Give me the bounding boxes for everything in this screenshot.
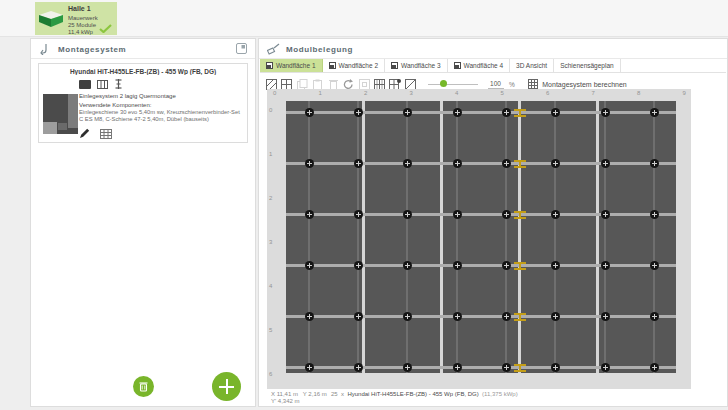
anchor-point[interactable] <box>403 108 412 117</box>
horizontal-rail <box>286 213 676 216</box>
anchor-point[interactable] <box>305 159 314 168</box>
anchor-point[interactable] <box>305 108 314 117</box>
anchor-point[interactable] <box>354 210 363 219</box>
vertical-rail <box>357 101 359 373</box>
anchor-point[interactable] <box>650 159 659 168</box>
anchor-point[interactable] <box>650 108 659 117</box>
anchor-point[interactable] <box>305 210 314 219</box>
vertical-rail <box>456 101 458 373</box>
rail-connector[interactable] <box>514 364 526 372</box>
tab-wandflaeche-2[interactable]: Wandfläche 2 <box>323 59 386 72</box>
ruler-tick-label: 0 <box>269 107 272 113</box>
mounting-system-header: Montagesystem <box>31 39 255 59</box>
anchor-point[interactable] <box>601 159 610 168</box>
anchor-point[interactable] <box>601 261 610 270</box>
coord-y: Y 2,16 m <box>303 391 327 397</box>
zoom-slider-knob[interactable] <box>440 80 447 87</box>
tab-wandflaeche-3[interactable]: Wandfläche 3 <box>385 59 448 72</box>
wall-surface[interactable] <box>286 101 676 373</box>
anchor-point[interactable] <box>650 261 659 270</box>
calculate-grid-icon <box>528 79 538 89</box>
zoom-slider-track[interactable] <box>428 84 478 85</box>
anchor-point[interactable] <box>354 312 363 321</box>
wall-tabs: Wandfläche 1 Wandfläche 2 Wandfläche 3 W… <box>260 59 726 73</box>
anchor-point[interactable] <box>601 312 610 321</box>
components-label: Verwendete Komponenten: <box>79 102 245 108</box>
anchor-point[interactable] <box>354 108 363 117</box>
anchor-point[interactable] <box>403 210 412 219</box>
ruler-tick-label: 7 <box>592 90 595 96</box>
anchor-point[interactable] <box>601 108 610 117</box>
rail-connector[interactable] <box>514 109 526 117</box>
wall-surface-icon <box>391 62 398 69</box>
module-layout-panel: Modulbelegung Wandfläche 1 Wandfläche 2 … <box>258 38 728 407</box>
anchor-point[interactable] <box>551 261 560 270</box>
module-name: Hyundai HiT-H455LE-FB-(ZB) - 455 Wp (FB,… <box>347 391 478 397</box>
anchor-point[interactable] <box>551 159 560 168</box>
ruler-tick-label: 1 <box>319 90 322 96</box>
mounting-system-card[interactable]: Hyundai HiT-H455LE-FB-(ZB) - 455 Wp (FB,… <box>38 63 248 143</box>
ruler-tick-label: 4 <box>269 283 272 289</box>
module-icon <box>79 80 91 89</box>
anchor-point[interactable] <box>453 261 462 270</box>
vertical-rail <box>604 101 606 373</box>
anchor-point[interactable] <box>403 159 412 168</box>
anchor-point[interactable] <box>502 159 511 168</box>
parts-list-icon[interactable] <box>100 129 112 139</box>
ruler-tick-label: 2 <box>269 195 272 201</box>
rail-connector[interactable] <box>514 313 526 321</box>
coord-y2: Y' 4,342 m <box>271 398 300 404</box>
ruler-tick-label: 3 <box>269 239 272 245</box>
rail-connector[interactable] <box>514 211 526 219</box>
rail-connector[interactable] <box>514 160 526 168</box>
anchor-point[interactable] <box>601 210 610 219</box>
anchor-point[interactable] <box>453 363 462 372</box>
anchor-point[interactable] <box>453 210 462 219</box>
anchor-point[interactable] <box>354 363 363 372</box>
module-layout-header: Modulbelegung <box>259 39 727 59</box>
anchor-point[interactable] <box>502 363 511 372</box>
anchor-point[interactable] <box>403 312 412 321</box>
horizontal-rail <box>286 162 676 165</box>
anchor-point[interactable] <box>650 363 659 372</box>
anchor-point[interactable] <box>403 261 412 270</box>
anchor-point[interactable] <box>551 363 560 372</box>
anchor-point[interactable] <box>354 159 363 168</box>
zoom-level-input[interactable] <box>488 79 504 89</box>
anchor-point[interactable] <box>403 363 412 372</box>
tab-wandflaeche-1[interactable]: Wandfläche 1 <box>260 59 323 72</box>
anchor-point[interactable] <box>502 108 511 117</box>
anchor-point[interactable] <box>650 210 659 219</box>
layout-canvas[interactable]: 0123456789 0123456 <box>267 89 691 389</box>
rail-connector[interactable] <box>514 262 526 270</box>
anchor-point[interactable] <box>305 261 314 270</box>
anchor-point[interactable] <box>453 312 462 321</box>
ruler-horizontal: 0123456789 <box>267 89 691 100</box>
anchor-point[interactable] <box>453 159 462 168</box>
anchor-point[interactable] <box>551 108 560 117</box>
tab-schienensaegeplan[interactable]: Schienensägeplan <box>554 59 621 72</box>
tab-3d-ansicht[interactable]: 3D Ansicht <box>510 59 554 72</box>
detach-panel-icon[interactable] <box>236 43 247 54</box>
delete-mounting-system-button[interactable] <box>133 376 154 397</box>
anchor-point[interactable] <box>551 312 560 321</box>
anchor-point[interactable] <box>354 261 363 270</box>
anchor-point[interactable] <box>650 312 659 321</box>
ruler-tick-label: 6 <box>546 90 549 96</box>
anchor-point[interactable] <box>453 108 462 117</box>
anchor-point[interactable] <box>601 363 610 372</box>
calculate-mounting-system-button[interactable]: Montagesystem berechnen <box>528 79 626 89</box>
anchor-point[interactable] <box>502 210 511 219</box>
anchor-point[interactable] <box>305 312 314 321</box>
edit-mounting-icon[interactable] <box>79 128 90 139</box>
tab-wandflaeche-4[interactable]: Wandfläche 4 <box>448 59 511 72</box>
building-card[interactable]: Halle 1 Mauerwerk 25 Module 11,4 kWp <box>35 2 117 35</box>
vertical-rail <box>554 101 556 373</box>
top-strip: Halle 1 Mauerwerk 25 Module 11,4 kWp <box>0 0 728 37</box>
anchor-point[interactable] <box>502 312 511 321</box>
anchor-point[interactable] <box>502 261 511 270</box>
horizontal-rail <box>286 315 676 318</box>
add-mounting-system-button[interactable] <box>212 372 241 401</box>
anchor-point[interactable] <box>551 210 560 219</box>
anchor-point[interactable] <box>305 363 314 372</box>
